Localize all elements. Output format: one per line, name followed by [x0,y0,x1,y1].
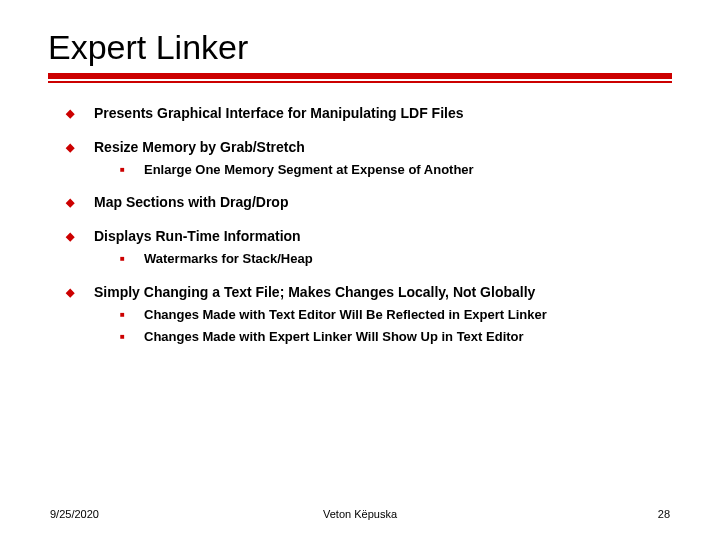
sub-bullet-text: Watermarks for Stack/Heap [144,251,313,266]
bullet-item: Presents Graphical Interface for Manipul… [66,105,672,123]
bullet-text: Map Sections with Drag/Drop [94,194,288,210]
slide: Expert Linker Presents Graphical Interfa… [0,0,720,540]
footer-author: Veton Këpuska [257,508,464,520]
slide-title: Expert Linker [48,28,672,67]
slide-footer: 9/25/2020 Veton Këpuska 28 [48,508,672,524]
bullet-item: Map Sections with Drag/Drop [66,194,672,212]
bullet-item: Resize Memory by Grab/Stretch Enlarge On… [66,139,672,179]
sub-bullet-item: Enlarge One Memory Segment at Expense of… [120,162,672,178]
bullet-text: Displays Run-Time Information [94,228,301,244]
sub-bullet-item: Changes Made with Expert Linker Will Sho… [120,329,672,345]
sub-bullet-text: Changes Made with Text Editor Will Be Re… [144,307,547,322]
bullet-text: Presents Graphical Interface for Manipul… [94,105,464,121]
bullet-item: Simply Changing a Text File; Makes Chang… [66,284,672,346]
footer-page: 28 [463,508,670,520]
title-divider [48,73,672,85]
sub-bullet-item: Changes Made with Text Editor Will Be Re… [120,307,672,323]
bullet-item: Displays Run-Time Information Watermarks… [66,228,672,268]
footer-date: 9/25/2020 [50,508,257,520]
slide-content: Presents Graphical Interface for Manipul… [48,105,672,508]
bullet-text: Resize Memory by Grab/Stretch [94,139,305,155]
sub-bullet-item: Watermarks for Stack/Heap [120,251,672,267]
sub-bullet-text: Enlarge One Memory Segment at Expense of… [144,162,474,177]
bullet-text: Simply Changing a Text File; Makes Chang… [94,284,535,300]
sub-bullet-text: Changes Made with Expert Linker Will Sho… [144,329,524,344]
